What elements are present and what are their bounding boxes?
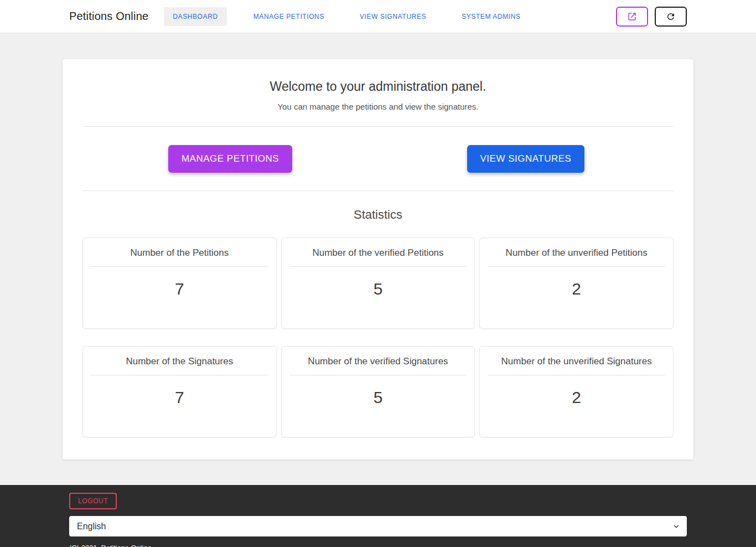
action-column: MANAGE PETITIONS <box>82 145 378 173</box>
statistics-grid: Number of the Petitions 7 Number of the … <box>82 238 674 437</box>
navbar-container: Petitions Online DASHBOARD MANAGE PETITI… <box>63 0 693 33</box>
main-content: Welcome to your administration panel. Yo… <box>0 33 756 485</box>
stat-card-value: 5 <box>282 375 475 407</box>
stat-card-value: 7 <box>83 267 276 298</box>
stat-card-label: Number of the Petitions <box>83 238 276 266</box>
divider <box>82 190 674 191</box>
app-brand: Petitions Online <box>69 10 148 23</box>
language-select-wrap: English <box>69 516 687 536</box>
stat-card-verified-signatures: Number of the verified Signatures 5 <box>281 346 475 437</box>
top-navbar: Petitions Online DASHBOARD MANAGE PETITI… <box>0 0 756 33</box>
navbar-actions <box>616 7 687 27</box>
nav-item-view-signatures[interactable]: VIEW SIGNATURES <box>351 7 435 26</box>
action-column: VIEW SIGNATURES <box>378 145 674 173</box>
admin-panel-card: Welcome to your administration panel. Yo… <box>63 59 693 460</box>
logout-button[interactable]: LOGOUT <box>69 493 117 509</box>
open-external-button[interactable] <box>616 7 648 27</box>
statistics-heading: Statistics <box>82 208 674 222</box>
copyright-text: (C) 2021, Petitions Online. <box>69 544 687 547</box>
stat-card-label: Number of the verified Petitions <box>282 238 475 266</box>
nav-item-dashboard[interactable]: DASHBOARD <box>164 7 226 26</box>
stat-card-value: 7 <box>83 375 276 407</box>
refresh-icon <box>666 12 676 22</box>
stat-card-label: Number of the verified Signatures <box>282 347 475 375</box>
footer-container: LOGOUT English (C) 2021, Petitions Onlin… <box>63 493 693 547</box>
stat-card-unverified-signatures: Number of the unverified Signatures 2 <box>479 346 674 437</box>
quick-actions-row: MANAGE PETITIONS VIEW SIGNATURES <box>82 145 674 173</box>
stat-card-label: Number of the unverified Signatures <box>480 347 673 375</box>
language-select[interactable]: English <box>69 516 687 536</box>
stat-card-value: 2 <box>480 267 673 298</box>
stat-card-label: Number of the Signatures <box>83 347 276 375</box>
manage-petitions-button[interactable]: MANAGE PETITIONS <box>168 145 292 173</box>
page-footer: LOGOUT English (C) 2021, Petitions Onlin… <box>0 485 756 547</box>
stat-card-petitions: Number of the Petitions 7 <box>82 238 277 329</box>
stat-card-value: 2 <box>480 375 673 407</box>
welcome-subtitle: You can manage the petitions and view th… <box>82 102 674 111</box>
stat-card-label: Number of the unverified Petitions <box>480 238 673 266</box>
divider <box>82 126 674 127</box>
welcome-title: Welcome to your administration panel. <box>82 79 674 94</box>
stat-card-verified-petitions: Number of the verified Petitions 5 <box>281 238 475 329</box>
stat-card-unverified-petitions: Number of the unverified Petitions 2 <box>479 238 674 329</box>
stat-card-signatures: Number of the Signatures 7 <box>82 346 277 437</box>
main-nav: DASHBOARD MANAGE PETITIONS VIEW SIGNATUR… <box>164 7 529 26</box>
view-signatures-button[interactable]: VIEW SIGNATURES <box>467 145 585 173</box>
external-link-icon <box>627 12 637 22</box>
nav-item-system-admins[interactable]: SYSTEM ADMINS <box>453 7 529 26</box>
nav-item-manage-petitions[interactable]: MANAGE PETITIONS <box>245 7 333 26</box>
refresh-button[interactable] <box>655 7 687 27</box>
stat-card-value: 5 <box>282 267 475 298</box>
